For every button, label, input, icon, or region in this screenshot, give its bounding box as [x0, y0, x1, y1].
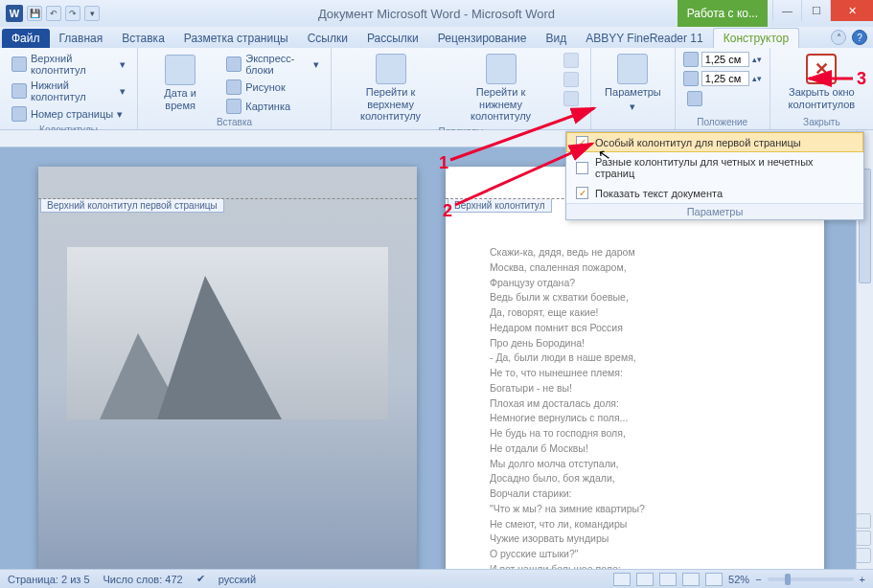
header-from-top[interactable]: ▴▾ — [683, 52, 762, 67]
option-label: Особый колонтитул для первой страницы — [595, 137, 801, 148]
page-1-cover[interactable]: Верхний колонтитул первой страницы [Введ… — [38, 167, 417, 569]
browse-select-icon[interactable] — [856, 531, 871, 546]
status-page[interactable]: Страница: 2 из 5 — [8, 574, 90, 585]
qat-custom-icon[interactable]: ▾ — [84, 6, 100, 21]
ribbon-tabs: Файл Главная Вставка Разметка страницы С… — [0, 27, 873, 48]
browse-object-buttons — [856, 513, 873, 563]
status-proofing-icon[interactable]: ✔ — [196, 573, 205, 585]
goto-footer-icon — [486, 54, 517, 84]
status-word-count[interactable]: Число слов: 472 — [103, 574, 183, 585]
close-x-icon: ✕ — [806, 54, 837, 84]
option-show-document-text[interactable]: ✓ Показать текст документа — [566, 183, 863, 203]
zoom-slider[interactable] — [768, 577, 854, 581]
group-label: Закрыть — [778, 115, 865, 127]
zoom-out-icon[interactable]: − — [755, 574, 761, 585]
maximize-button[interactable]: ☐ — [801, 0, 830, 21]
poem-line: Чужие изорвать мундиры — [490, 531, 824, 547]
goto-footer-label: Перейти к нижнему колонтитулу — [455, 86, 546, 123]
header-icon — [11, 57, 27, 72]
checkbox-checked-icon[interactable]: ✓ — [576, 136, 588, 148]
close-button[interactable]: ✕ — [830, 0, 873, 21]
poem-line: Французу отдана? — [490, 276, 824, 291]
window-title: Документ Microsoft Word - Microsoft Word — [318, 7, 555, 21]
insert-alignment-tab[interactable] — [683, 90, 762, 107]
poem-line: Не будь на то господня воля, — [490, 426, 824, 441]
header-button[interactable]: Верхний колонтитул ▾ — [8, 52, 129, 77]
cover-image — [67, 247, 388, 419]
page-number-button[interactable]: Номер страницы ▾ — [8, 105, 129, 123]
spinner-icon[interactable]: ▴▾ — [752, 74, 762, 83]
checkbox-checked-icon[interactable]: ✓ — [576, 187, 588, 199]
picture-label: Рисунок — [245, 81, 286, 93]
header-top-input[interactable] — [701, 52, 749, 67]
tab-abbyy[interactable]: ABBYY FineReader 11 — [576, 29, 713, 48]
qat-undo-icon[interactable]: ↶ — [46, 6, 61, 21]
poem-line: Богатыри - не вы! — [490, 381, 824, 396]
help-icon[interactable]: ? — [852, 30, 867, 45]
qat-save-icon[interactable]: 💾 — [27, 6, 42, 21]
page-2[interactable]: Верхний колонтитул Скажи-ка, дядя, ведь … — [446, 167, 824, 569]
poem-line: Не отдали б Москвы! — [490, 441, 824, 457]
date-time-button[interactable]: Дата и время — [146, 52, 215, 115]
body-text[interactable]: Скажи-ка, дядя, ведь не даромМосква, спа… — [446, 199, 824, 569]
minimize-button[interactable]: — — [772, 0, 801, 21]
group-label: Положение — [683, 115, 762, 127]
calendar-icon — [165, 55, 195, 85]
header-tab-label: Верхний колонтитул первой страницы — [40, 199, 224, 213]
tab-design[interactable]: Конструктор — [713, 28, 799, 48]
tab-pagelayout[interactable]: Разметка страницы — [174, 29, 298, 48]
clipart-icon — [226, 99, 241, 114]
options-button[interactable]: Параметры ▾ — [599, 52, 667, 114]
zoom-in-icon[interactable]: + — [860, 574, 865, 585]
poem-line: Мы долго молча отступали, — [490, 457, 824, 472]
goto-footer-button[interactable]: Перейти к нижнему колонтитулу — [449, 52, 552, 124]
view-web-icon[interactable] — [659, 573, 677, 586]
minimize-ribbon-icon[interactable]: ˄ — [831, 30, 846, 45]
view-fullscreen-icon[interactable] — [636, 573, 654, 586]
options-panel-footer: Параметры — [566, 203, 863, 219]
footer-bottom-input[interactable] — [701, 71, 749, 86]
margin-top-icon — [683, 52, 699, 67]
tab-insert[interactable]: Вставка — [112, 29, 174, 48]
zoom-slider-knob[interactable] — [785, 574, 791, 585]
link-icon — [563, 91, 579, 106]
tab-review[interactable]: Рецензирование — [428, 29, 537, 48]
tab-home[interactable]: Главная — [50, 29, 113, 48]
date-time-label: Дата и время — [151, 87, 209, 111]
tab-file[interactable]: Файл — [2, 29, 50, 48]
qat-redo-icon[interactable]: ↷ — [65, 6, 80, 21]
quick-access-toolbar: W 💾 ↶ ↷ ▾ — [0, 5, 105, 22]
spinner-icon[interactable]: ▴▾ — [752, 55, 762, 64]
poem-line: Недаром помнит вся Россия — [490, 321, 824, 336]
option-different-first-page[interactable]: ✓ Особый колонтитул для первой страницы — [566, 132, 863, 152]
close-header-footer-button[interactable]: ✕ Закрыть окно колонтитулов — [778, 52, 865, 112]
nav-link-button — [560, 90, 583, 107]
browse-next-icon[interactable] — [856, 548, 871, 563]
goto-header-button[interactable]: Перейти к верхнему колонтитулу — [339, 52, 442, 124]
footer-from-bottom[interactable]: ▴▾ — [683, 71, 762, 86]
options-dropdown-panel: ✓ Особый колонтитул для первой страницы … — [565, 131, 864, 220]
checkbox-icon[interactable] — [576, 162, 588, 174]
browse-prev-icon[interactable] — [856, 513, 871, 529]
tab-references[interactable]: Ссылки — [298, 29, 357, 48]
footer-button[interactable]: Нижний колонтитул ▾ — [8, 79, 129, 103]
quick-parts-button[interactable]: Экспресс-блоки ▾ — [222, 52, 323, 77]
status-language[interactable]: русский — [218, 574, 256, 585]
picture-icon — [226, 79, 241, 95]
word-app-icon[interactable]: W — [6, 5, 23, 22]
tab-view[interactable]: Вид — [536, 29, 576, 48]
header-zone[interactable]: Верхний колонтитул первой страницы — [38, 167, 417, 199]
tab-mailings[interactable]: Рассылки — [357, 29, 428, 48]
pagenum-icon — [11, 106, 27, 122]
picture-button[interactable]: Рисунок — [222, 79, 323, 96]
poem-line: И вот нашли большое поле: — [490, 562, 824, 569]
option-label: Показать текст документа — [595, 188, 723, 199]
goto-header-label: Перейти к верхнему колонтитулу — [345, 86, 436, 123]
view-print-layout-icon[interactable] — [613, 573, 631, 586]
zoom-level[interactable]: 52% — [728, 574, 749, 585]
poem-line: Москва, спаленная пожаром, — [490, 260, 824, 276]
view-draft-icon[interactable] — [705, 573, 723, 586]
group-options: Параметры ▾ — [591, 48, 676, 129]
view-outline-icon[interactable] — [682, 573, 700, 586]
clipart-button[interactable]: Картинка — [222, 98, 323, 115]
